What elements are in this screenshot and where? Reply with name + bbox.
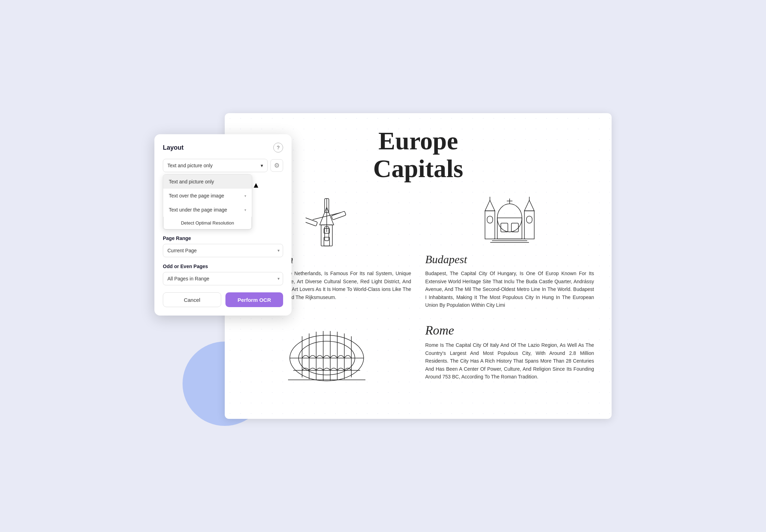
dropdown-item-text-under[interactable]: Text under the page image ▾ [163, 203, 252, 217]
detect-resolution-button[interactable]: Detect Optimal Resolution [163, 217, 252, 229]
rome-title: Rome [425, 323, 594, 338]
rome-section: Rome Rome Is The Capital City Of Italy A… [425, 323, 594, 383]
odd-even-select[interactable]: All Pages in Range Odd Pages Only Even P… [163, 272, 283, 285]
svg-marker-17 [485, 200, 495, 211]
settings-gear-button[interactable]: ⚙ [270, 159, 283, 172]
rome-text: Rome Is The Capital City Of Italy And Of… [425, 341, 594, 381]
odd-even-label: Odd or Even Pages [163, 264, 283, 269]
document-title: Europe Capitals [242, 127, 594, 183]
svg-rect-22 [487, 216, 493, 223]
layout-dropdown: Text and picture only Text over the page… [163, 174, 252, 230]
dialog-title: Layout [163, 144, 184, 151]
gear-icon: ⚙ [274, 162, 280, 169]
layout-select[interactable]: Text and picture only ▾ [163, 159, 268, 172]
ocr-dialog: Layout ? Text and picture only ▾ Text an… [154, 134, 292, 316]
svg-marker-20 [524, 200, 534, 211]
svg-rect-23 [526, 216, 532, 223]
perform-ocr-button[interactable]: Perform OCR [225, 292, 283, 307]
svg-rect-16 [485, 211, 495, 239]
page-range-label: Page Range [163, 235, 283, 241]
dropdown-item-text-picture[interactable]: Text and picture only [163, 175, 252, 189]
svg-line-7 [313, 216, 327, 220]
help-button[interactable]: ? [273, 143, 283, 153]
svg-rect-9 [331, 211, 346, 220]
cancel-button[interactable]: Cancel [163, 292, 221, 307]
budapest-illustration [425, 193, 594, 249]
budapest-title: Budapest [425, 253, 594, 266]
page-range-select[interactable]: Current Page All Pages Custom Range [163, 244, 283, 257]
dropdown-item-text-over[interactable]: Text over the page image ▾ [163, 189, 252, 203]
dialog-header: Layout ? [163, 143, 283, 153]
budapest-text: Budapest, The Capital City Of Hungary, I… [425, 270, 594, 309]
svg-rect-19 [524, 211, 534, 239]
budapest-section: Budapest Budapest, The Capital City Of H… [425, 193, 594, 309]
colosseum-illustration [242, 323, 411, 383]
dialog-footer: Cancel Perform OCR [163, 292, 283, 307]
